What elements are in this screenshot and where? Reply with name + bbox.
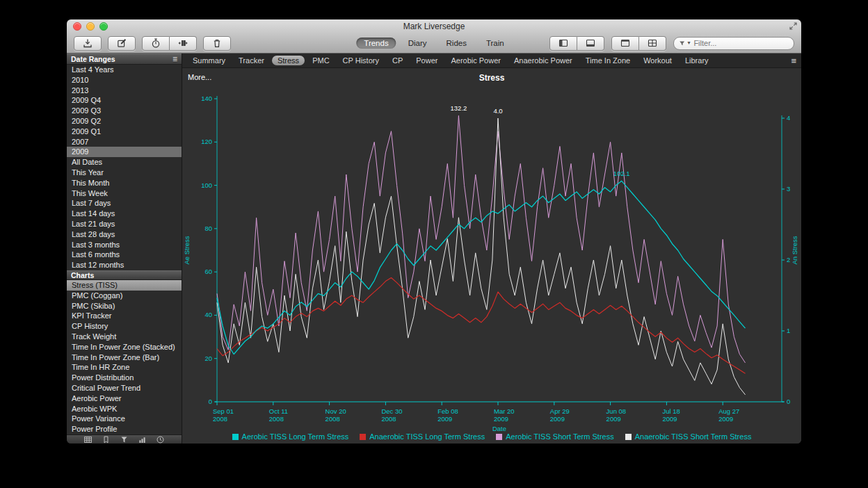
tab-cp[interactable]: CP [387,56,408,65]
tab-tracker[interactable]: Tracker [233,56,270,65]
close-window-button[interactable] [73,22,81,31]
bottombar-toggle-button[interactable] [577,36,604,51]
tab-power[interactable]: Power [410,56,443,65]
chart-item-aerobic-wpk[interactable]: Aerobic WPK [67,404,182,414]
filter-icon[interactable] [120,435,129,444]
sidebar-toggle-button[interactable] [549,36,577,51]
clock-icon[interactable] [156,435,165,444]
chart-item-critical-power-trend[interactable]: Critical Power Trend [67,383,182,393]
edit-button[interactable] [108,36,136,51]
sidebar-menu-icon[interactable]: ≡ [172,54,177,64]
chart-item-power-profile[interactable]: Power Profile [67,424,182,434]
chart-item-pmc-coggan[interactable]: PMC (Coggan) [67,291,182,301]
view-button-rides[interactable]: Rides [439,38,474,49]
chart-item-pmc-skiba[interactable]: PMC (Skiba) [67,301,182,311]
chart-item-track-weight[interactable]: Track Weight [67,332,182,342]
chart-item-power-distribution[interactable]: Power Distribution [67,373,182,383]
svg-text:0: 0 [787,398,790,405]
series-aerobic-tiss-short-term-stress [217,115,746,363]
delete-button[interactable] [203,36,231,51]
sidebar-left-icon [558,38,569,49]
date-range-this-month[interactable]: This Month [67,178,182,188]
tab-anaerobic-power[interactable]: Anaerobic Power [508,56,578,65]
view-button-train[interactable]: Train [479,38,512,49]
svg-text:4.0: 4.0 [493,107,502,115]
date-range-2009-q3[interactable]: 2009 Q3 [67,106,182,116]
app-window: Mark Liversedge [67,19,801,444]
tab-workout[interactable]: Workout [638,56,677,65]
date-range-last-28-days[interactable]: Last 28 days [67,229,182,240]
legend-anaerobic-tiss-long-term-stress: Anaerobic TISS Long Term Stress [360,432,485,441]
stopwatch-button[interactable] [142,36,170,51]
stress-chart[interactable]: 02040608010012014001234Sep 012008Oct 112… [182,68,801,444]
chart-item-stress-tiss[interactable]: Stress (TISS) [67,280,182,291]
stopwatch-icon [150,38,161,49]
filter-input[interactable] [692,38,789,48]
date-range-this-year[interactable]: This Year [67,168,182,178]
chart-item-kpi-tracker[interactable]: KPI Tracker [67,311,182,321]
tab-aerobic-power[interactable]: Aerobic Power [445,56,506,65]
series-anaerobic-tiss-short-term-stress [217,118,746,395]
chart-table-icon[interactable] [83,435,93,444]
chart-panel: More... Stress 02040608010012014001234Se… [182,68,801,444]
date-range-last-3-months[interactable]: Last 3 months [67,240,182,250]
date-range-last-14-days[interactable]: Last 14 days [67,209,182,219]
desktop: { "window": { "title": "Mark Liversedge"… [0,0,868,488]
single-view-button[interactable] [611,36,639,51]
tab-time-in-zone[interactable]: Time In Zone [580,56,636,65]
filter-dropdown-icon[interactable]: ▾ [687,40,690,46]
date-range-2009-q1[interactable]: 2009 Q1 [67,127,182,137]
date-range-2010[interactable]: 2010 [67,75,182,86]
tab-library[interactable]: Library [680,56,714,65]
tab-cp-history[interactable]: CP History [337,56,385,65]
tab-pmc[interactable]: PMC [307,56,335,65]
legend-anaerobic-tiss-short-term-stress: Anaerobic TISS Short Term Stress [625,432,752,441]
chart-item-time-in-hr-zone[interactable]: Time In HR Zone [67,362,182,373]
view-button-trends[interactable]: Trends [356,38,396,49]
svg-text:Sep 01: Sep 01 [213,407,234,415]
tab-stress[interactable]: Stress [272,56,305,65]
chart-item-time-in-power-zone-stacked[interactable]: Time In Power Zone (Stacked) [67,342,182,352]
filter-field[interactable]: ▾ [673,37,794,50]
date-range-last-21-days[interactable]: Last 21 days [67,219,182,229]
single-window-icon [620,38,631,49]
svg-text:Mar 20: Mar 20 [494,407,515,415]
minimize-window-button[interactable] [86,22,95,31]
charts-header: Charts [67,270,182,280]
intervals-button[interactable] [170,36,197,51]
chart-item-power-variance[interactable]: Power Variance [67,414,182,424]
svg-text:Jul 18: Jul 18 [662,407,680,415]
date-range-last-4-years[interactable]: Last 4 Years [67,65,182,75]
chart-item-time-in-power-zone-bar[interactable]: Time In Power Zone (Bar) [67,352,182,363]
date-range-2009-q4[interactable]: 2009 Q4 [67,95,182,106]
download-icon [82,38,93,49]
date-range-last-12-months[interactable]: Last 12 months [67,260,182,270]
window-title: Mark Liversedge [67,22,801,31]
fullscreen-icon[interactable] [789,22,798,31]
date-range-last-6-months[interactable]: Last 6 months [67,250,182,260]
zoom-window-button[interactable] [99,22,108,31]
date-range-2009[interactable]: 2009 [67,147,182,157]
chart-item-aerobic-power[interactable]: Aerobic Power [67,393,182,404]
download-button[interactable] [74,36,102,51]
svg-text:80: 80 [204,225,212,232]
date-range-2013[interactable]: 2013 [67,86,182,96]
tab-summary[interactable]: Summary [187,56,231,65]
tiled-view-button[interactable] [639,36,666,51]
date-range-2009-q2[interactable]: 2009 Q2 [67,116,182,127]
chart-item-cp-history[interactable]: CP History [67,321,182,332]
date-range-this-week[interactable]: This Week [67,188,182,199]
tabbar-menu-icon[interactable]: ≡ [791,56,796,66]
bookmark-icon[interactable] [102,435,111,444]
date-range-all-dates[interactable]: All Dates [67,157,182,168]
bar-chart-icon[interactable] [138,435,147,444]
charts-list: Stress (TISS)PMC (Coggan)PMC (Skiba)KPI … [67,280,182,434]
chart-tabbar: SummaryTrackerStressPMCCP HistoryCPPower… [182,54,801,68]
svg-text:Dec 30: Dec 30 [381,407,402,415]
view-button-diary[interactable]: Diary [401,38,435,49]
compose-icon [116,38,127,49]
perspective-switcher: TrendsDiaryRidesTrain [356,38,511,49]
date-range-2007[interactable]: 2007 [67,137,182,147]
date-range-last-7-days[interactable]: Last 7 days [67,198,182,209]
titlebar[interactable]: Mark Liversedge [67,19,801,33]
